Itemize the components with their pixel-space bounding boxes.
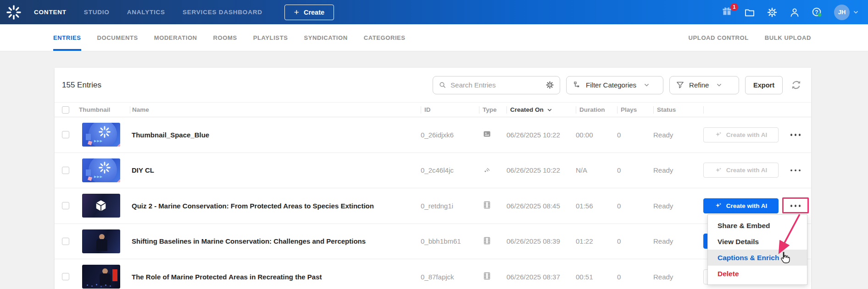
row-checkbox[interactable] bbox=[62, 202, 69, 209]
entries-card: 155 Entries Filter Categories Refine Exp… bbox=[55, 68, 811, 289]
tab-playlists[interactable]: PLAYLISTS bbox=[253, 24, 288, 51]
nav-item-studio[interactable]: STUDIO bbox=[84, 9, 110, 16]
more-actions-button[interactable] bbox=[785, 200, 806, 212]
row-checkbox[interactable] bbox=[62, 131, 69, 138]
table-row: ▶▶▶ Thumbnail_Space_Blue 0_26idjxk6 06/2… bbox=[55, 117, 811, 153]
entry-created: 06/26/2025 10:22 bbox=[506, 131, 576, 139]
col-type[interactable]: Type bbox=[479, 106, 506, 114]
select-all-checkbox[interactable] bbox=[62, 106, 69, 114]
entries-count: 155 Entries bbox=[62, 81, 101, 90]
refresh-icon[interactable] bbox=[790, 79, 802, 91]
user-menu[interactable]: JH bbox=[834, 5, 859, 20]
entry-duration: 01:56 bbox=[576, 202, 617, 210]
export-button[interactable]: Export bbox=[745, 76, 783, 94]
help-icon[interactable]: ? bbox=[812, 7, 823, 18]
tab-categories[interactable]: CATEGORIES bbox=[364, 24, 406, 51]
menu-item-view-details[interactable]: View Details bbox=[708, 234, 807, 250]
thumbnail-image[interactable] bbox=[82, 194, 120, 218]
entry-plays: 0 bbox=[617, 131, 653, 139]
gear-icon[interactable] bbox=[767, 7, 778, 18]
avatar[interactable]: JH bbox=[834, 5, 850, 20]
entry-name[interactable]: DIY CL bbox=[130, 166, 421, 174]
menu-item-share-embed[interactable]: Share & Embed bbox=[708, 218, 807, 234]
refine-dropdown[interactable]: Refine bbox=[669, 76, 739, 94]
more-actions-button[interactable] bbox=[785, 165, 806, 176]
col-status[interactable]: Status bbox=[653, 106, 703, 114]
table-row: Quiz 2 - Marine Conservation: From Prote… bbox=[55, 188, 811, 224]
entry-duration: 01:22 bbox=[576, 237, 617, 245]
status-badge: Ready bbox=[653, 166, 703, 174]
entry-duration: 00:51 bbox=[576, 273, 617, 281]
tab-syndication[interactable]: SYNDICATION bbox=[304, 24, 347, 51]
more-actions-button[interactable] bbox=[785, 129, 806, 141]
search-input[interactable] bbox=[451, 81, 541, 89]
thumbnail-image[interactable] bbox=[82, 229, 120, 253]
entry-plays: 0 bbox=[617, 202, 653, 210]
entry-created: 06/26/2025 10:22 bbox=[506, 166, 576, 174]
thumbnail-image[interactable] bbox=[82, 265, 120, 289]
thumbnail-image[interactable]: ▶▶▶ bbox=[82, 158, 120, 182]
section-tabs: ENTRIES DOCUMENTS MODERATION ROOMS PLAYL… bbox=[0, 24, 868, 51]
row-checkbox[interactable] bbox=[62, 273, 69, 280]
create-button[interactable]: + Create bbox=[284, 5, 334, 20]
entry-name[interactable]: Thumbnail_Space_Blue bbox=[130, 131, 421, 139]
row-checkbox[interactable] bbox=[62, 167, 69, 174]
gift-icon[interactable]: 1 bbox=[721, 6, 733, 19]
tab-moderation[interactable]: MODERATION bbox=[154, 24, 197, 51]
create-with-ai-button[interactable]: Create with AI bbox=[703, 198, 779, 213]
filter-categories-label: Filter Categories bbox=[586, 81, 636, 89]
live-icon bbox=[483, 165, 491, 174]
entry-duration: N/A bbox=[576, 166, 617, 174]
row-actions-menu: Share & Embed View Details Captions & En… bbox=[707, 214, 807, 285]
filter-categories-dropdown[interactable]: Filter Categories bbox=[566, 76, 663, 94]
tab-entries[interactable]: ENTRIES bbox=[53, 24, 81, 51]
entry-created: 06/26/2025 08:37 bbox=[506, 273, 576, 281]
tab-upload-control[interactable]: UPLOAD CONTROL bbox=[689, 24, 749, 51]
chevron-down-icon bbox=[853, 9, 859, 15]
kaltura-logo-icon[interactable] bbox=[6, 5, 21, 20]
search-box[interactable] bbox=[433, 76, 560, 94]
film-icon bbox=[483, 272, 491, 280]
col-duration[interactable]: Duration bbox=[576, 106, 617, 114]
entry-name[interactable]: Quiz 2 - Marine Conservation: From Prote… bbox=[130, 202, 421, 210]
menu-item-captions-enrich[interactable]: Captions & Enrich bbox=[708, 250, 807, 266]
create-with-ai-button: Create with AI bbox=[703, 163, 779, 178]
tab-bulk-upload[interactable]: BULK UPLOAD bbox=[765, 24, 811, 51]
person-icon[interactable] bbox=[789, 7, 800, 18]
folder-icon[interactable] bbox=[744, 7, 755, 18]
svg-text:?: ? bbox=[815, 9, 818, 15]
entry-id: 0_retdng1i bbox=[421, 202, 479, 210]
tab-documents[interactable]: DOCUMENTS bbox=[97, 24, 138, 51]
col-name[interactable]: Name bbox=[130, 106, 421, 114]
row-checkbox[interactable] bbox=[62, 238, 69, 245]
starburst-icon bbox=[99, 162, 111, 174]
col-plays[interactable]: Plays bbox=[617, 106, 653, 114]
status-badge: Ready bbox=[653, 273, 703, 281]
sort-desc-icon bbox=[547, 107, 552, 113]
tab-rooms[interactable]: ROOMS bbox=[213, 24, 237, 51]
col-actions bbox=[703, 106, 811, 114]
search-settings-gear-icon[interactable] bbox=[545, 81, 554, 89]
entry-id: 0_2c46l4jc bbox=[421, 166, 479, 174]
col-thumbnail: Thumbnail bbox=[76, 106, 130, 114]
sparkle-icon bbox=[715, 202, 722, 209]
col-id[interactable]: ID bbox=[421, 106, 479, 114]
col-created-on[interactable]: Created On bbox=[506, 106, 576, 114]
entry-name[interactable]: The Role of Marine Protected Areas in Re… bbox=[130, 273, 421, 281]
nav-item-services-dashboard[interactable]: SERVICES DASHBOARD bbox=[183, 9, 262, 16]
nav-item-content[interactable]: CONTENT bbox=[34, 9, 67, 16]
table-row: Shifting Baselines in Marine Conservatio… bbox=[55, 224, 811, 260]
status-badge: Ready bbox=[653, 237, 703, 245]
quiz-cube-icon bbox=[94, 199, 108, 213]
create-with-ai-button: Create with AI bbox=[703, 127, 779, 142]
nav-item-analytics[interactable]: ANALYTICS bbox=[127, 9, 165, 16]
film-icon bbox=[483, 236, 491, 245]
thumbnail-image[interactable]: ▶▶▶ bbox=[82, 123, 120, 147]
refine-label: Refine bbox=[689, 81, 709, 89]
film-icon bbox=[483, 201, 491, 209]
entry-created: 06/26/2025 08:45 bbox=[506, 202, 576, 210]
menu-item-delete[interactable]: Delete bbox=[708, 266, 807, 282]
top-navbar: CONTENT STUDIO ANALYTICS SERVICES DASHBO… bbox=[0, 0, 868, 24]
sparkle-icon bbox=[715, 167, 722, 174]
entry-name[interactable]: Shifting Baselines in Marine Conservatio… bbox=[130, 237, 421, 245]
